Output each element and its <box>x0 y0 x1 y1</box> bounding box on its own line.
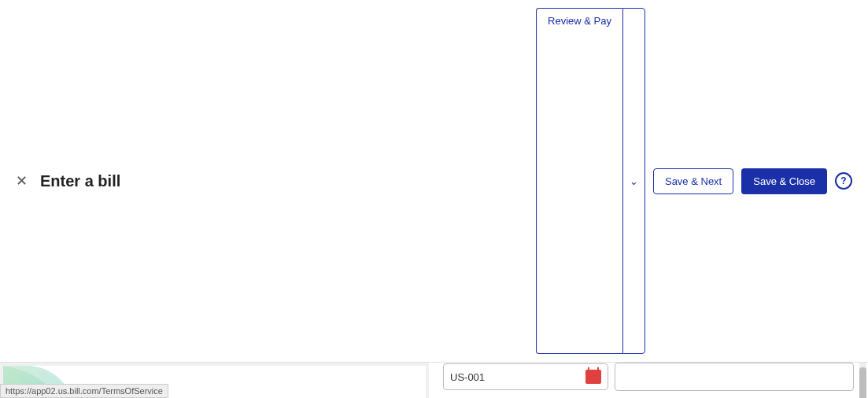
chevron-down-icon: ⌄ <box>630 175 638 187</box>
header-right: Review & Pay ⌄ Save & Next Save & Close … <box>536 8 852 354</box>
save-close-button[interactable]: Save & Close <box>741 168 827 194</box>
review-pay-split: Review & Pay ⌄ <box>536 8 645 354</box>
header: ✕ Enter a bill Review & Pay ⌄ Save & Nex… <box>0 0 868 363</box>
review-pay-button[interactable]: Review & Pay <box>536 8 622 354</box>
review-pay-dropdown[interactable]: ⌄ <box>622 8 645 354</box>
top-row: US-001 <box>443 363 854 391</box>
vertical-scrollbar[interactable] <box>859 363 866 398</box>
save-next-button[interactable]: Save & Next <box>653 168 733 194</box>
header-left: ✕ Enter a bill <box>16 172 120 190</box>
invoice-number-value: US-001 <box>450 371 485 383</box>
close-icon[interactable]: ✕ <box>16 172 28 190</box>
page-title: Enter a bill <box>40 172 120 190</box>
status-bar-url: https://app02.us.bill.com/TermsOfService <box>0 384 168 398</box>
calendar-icon[interactable] <box>585 370 601 384</box>
invoice-number-input[interactable]: US-001 <box>443 363 608 390</box>
top-right-textarea[interactable] <box>615 363 854 391</box>
scrollbar-thumb[interactable] <box>859 367 866 398</box>
form-pane: ◇ US-001 Payment term Net 15 ⌄ Invoice d… <box>429 363 868 398</box>
help-icon[interactable]: ? <box>835 172 852 190</box>
